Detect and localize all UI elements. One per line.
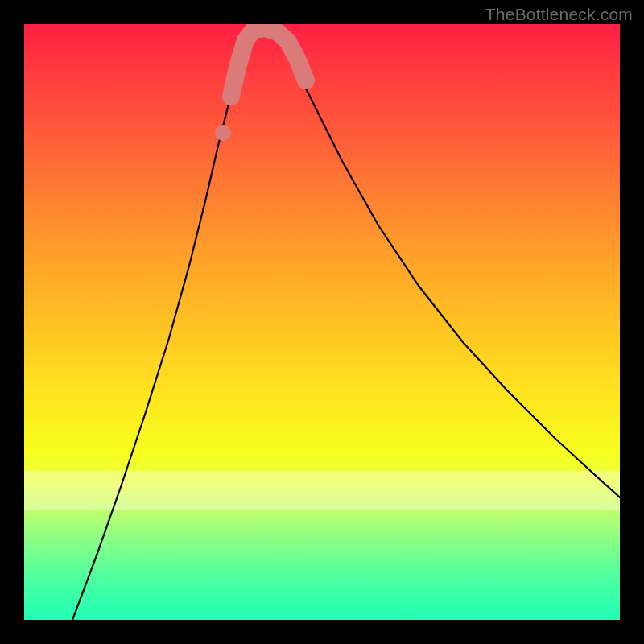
watermark-text: TheBottleneck.com bbox=[485, 5, 633, 24]
bottleneck-curve bbox=[72, 28, 620, 620]
highlight-dot bbox=[215, 125, 231, 141]
highlight-band bbox=[24, 471, 620, 510]
plot-area bbox=[24, 24, 620, 620]
highlight-segment bbox=[231, 28, 306, 97]
chart-svg bbox=[24, 24, 620, 620]
